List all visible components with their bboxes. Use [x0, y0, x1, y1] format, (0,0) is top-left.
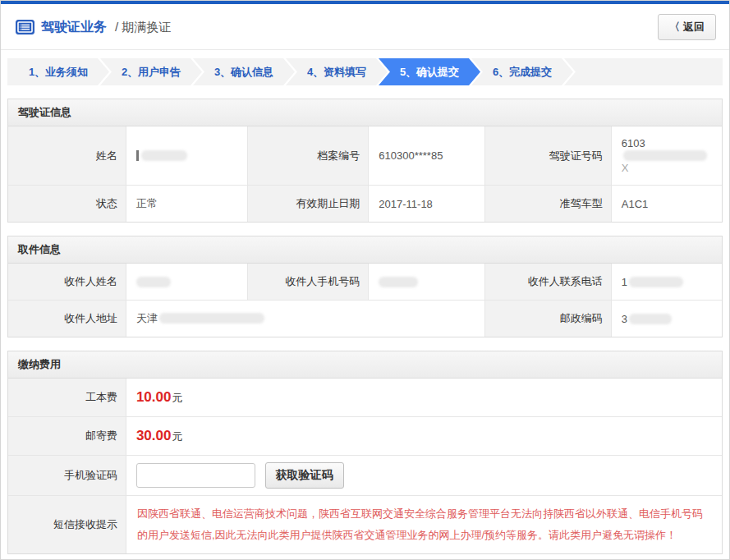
license-info-table: 姓名 档案编号 610300****85 驾驶证号码 6103X 状态 正常 有…: [8, 126, 722, 222]
vehicle-class-value: A1C1: [611, 186, 722, 223]
license-service-icon: [16, 20, 34, 34]
header-divider: [1, 49, 729, 50]
step-1-business-notice[interactable]: 1、业务须知: [7, 58, 109, 85]
recipient-mobile-label: 收件人手机号码: [247, 264, 369, 301]
redacted-license-number: [623, 150, 707, 161]
license-number-prefix: 6103: [622, 137, 645, 149]
recipient-phone-label: 收件人联系电话: [484, 264, 611, 301]
pickup-info-table: 收件人姓名 收件人手机号码 收件人联系电话 1 收件人地址 天津 邮政编码 3: [8, 264, 722, 337]
breadcrumb: / 期满换证: [115, 20, 171, 35]
recipient-mobile-value: [369, 264, 485, 301]
step-label: 5、确认提交: [400, 66, 459, 78]
recipient-phone-value: 1: [611, 264, 722, 301]
chevron-left-icon: 〈: [669, 20, 680, 34]
postage-fee-value: 30.00元: [126, 417, 722, 456]
production-fee-value: 10.00元: [126, 379, 722, 417]
recipient-address-label: 收件人地址: [8, 301, 126, 337]
back-button[interactable]: 〈 返回: [658, 14, 716, 40]
step-label: 6、完成提交: [493, 66, 552, 78]
redacted-recipient-name: [136, 277, 171, 287]
redacted-address: [159, 313, 264, 324]
expiry-date-value: 2017-11-18: [369, 186, 485, 223]
expiry-date-label: 有效期止日期: [247, 186, 369, 223]
step-label: 2、用户申告: [122, 66, 181, 78]
status-value: 正常: [126, 186, 247, 223]
step-4-fill-data[interactable]: 4、资料填写: [286, 58, 388, 85]
postal-prefix: 3: [622, 313, 627, 325]
license-info-section-title: 驾驶证信息: [8, 99, 722, 126]
recipient-name-label: 收件人姓名: [8, 264, 126, 301]
step-6-complete-submit[interactable]: 6、完成提交: [471, 58, 573, 85]
file-number-label: 档案编号: [247, 126, 369, 186]
page-title: 驾驶证业务: [41, 19, 107, 36]
get-verification-code-button[interactable]: 获取验证码: [265, 462, 344, 489]
name-value: [126, 126, 247, 186]
pickup-info-section-title: 取件信息: [8, 236, 722, 264]
currency-unit: 元: [172, 430, 182, 443]
license-number-suffix: X: [622, 162, 629, 174]
table-row: 手机验证码 获取验证码: [8, 456, 722, 496]
recipient-name-value: [126, 264, 247, 301]
redacted-postal-code: [629, 314, 672, 324]
payment-fees-section: 缴纳费用 工本费 10.00元 邮寄费 30.00元 手机验证码 获取验证码 短…: [7, 351, 723, 554]
address-prefix: 天津: [136, 312, 158, 324]
sms-captcha-input[interactable]: [136, 463, 255, 488]
step-navigation: 1、业务须知 2、用户申告 3、确认信息 4、资料填写 5、确认提交 6、完成提…: [7, 58, 723, 85]
redacted-fragment: [136, 150, 139, 161]
table-row: 状态 正常 有效期止日期 2017-11-18 准驾车型 A1C1: [8, 186, 722, 223]
phone-prefix: 1: [622, 276, 627, 288]
payment-fees-section-title: 缴纳费用: [8, 351, 722, 379]
table-row: 收件人地址 天津 邮政编码 3: [8, 301, 722, 337]
step-3-confirm-info[interactable]: 3、确认信息: [193, 58, 295, 85]
status-label: 状态: [8, 186, 126, 223]
sms-notice-label: 短信接收提示: [8, 496, 126, 554]
table-row: 邮寄费 30.00元: [8, 417, 722, 456]
step-5-confirm-submit-active[interactable]: 5、确认提交: [379, 58, 480, 85]
vehicle-class-label: 准驾车型: [484, 186, 611, 223]
production-fee-amount: 10.00: [136, 389, 172, 405]
sms-captcha-label: 手机验证码: [8, 456, 126, 496]
license-info-section: 驾驶证信息 姓名 档案编号 610300****85 驾驶证号码 6103X 状…: [7, 99, 723, 223]
step-label: 1、业务须知: [29, 66, 88, 78]
currency-unit: 元: [172, 392, 182, 404]
payment-fees-table: 工本费 10.00元 邮寄费 30.00元 手机验证码 获取验证码 短信接收提示…: [8, 379, 722, 553]
step-label: 3、确认信息: [214, 66, 273, 78]
table-row: 姓名 档案编号 610300****85 驾驶证号码 6103X: [8, 126, 722, 186]
recipient-address-value: 天津: [126, 301, 484, 337]
table-row: 收件人姓名 收件人手机号码 收件人联系电话 1: [8, 264, 722, 301]
pickup-info-section: 取件信息 收件人姓名 收件人手机号码 收件人联系电话 1 收件人地址 天津 邮政…: [7, 236, 723, 337]
page: 驾驶证业务 / 期满换证 〈 返回 1、业务须知 2、用户申告 3、确认信息 4…: [0, 0, 730, 560]
postal-code-value: 3: [611, 301, 722, 337]
page-header: 驾驶证业务 / 期满换证 〈 返回: [1, 4, 729, 49]
file-number-value: 610300****85: [369, 126, 485, 186]
table-row: 工本费 10.00元: [8, 379, 722, 417]
postage-fee-amount: 30.00: [136, 428, 172, 443]
name-label: 姓名: [8, 126, 126, 186]
title-group: 驾驶证业务 / 期满换证: [16, 19, 171, 36]
postage-fee-label: 邮寄费: [8, 417, 126, 456]
redacted-mobile: [379, 277, 418, 287]
sms-notice-text: 因陕西省联通、电信运营商技术问题，陕西省互联网交通安全综合服务管理平台无法向持陕…: [126, 496, 722, 554]
license-number-value: 6103X: [611, 126, 722, 186]
postal-code-label: 邮政编码: [484, 301, 611, 337]
production-fee-label: 工本费: [8, 379, 126, 417]
step-bar-filler: [564, 58, 723, 85]
license-number-label: 驾驶证号码: [484, 126, 611, 186]
step-label: 4、资料填写: [307, 66, 366, 78]
sms-captcha-cell: 获取验证码: [126, 456, 722, 496]
back-button-label: 返回: [683, 20, 705, 34]
redacted-phone: [629, 277, 683, 287]
redacted-name: [141, 150, 187, 161]
step-2-user-declaration[interactable]: 2、用户申告: [100, 58, 202, 85]
table-row: 短信接收提示 因陕西省联通、电信运营商技术问题，陕西省互联网交通安全综合服务管理…: [8, 496, 722, 554]
